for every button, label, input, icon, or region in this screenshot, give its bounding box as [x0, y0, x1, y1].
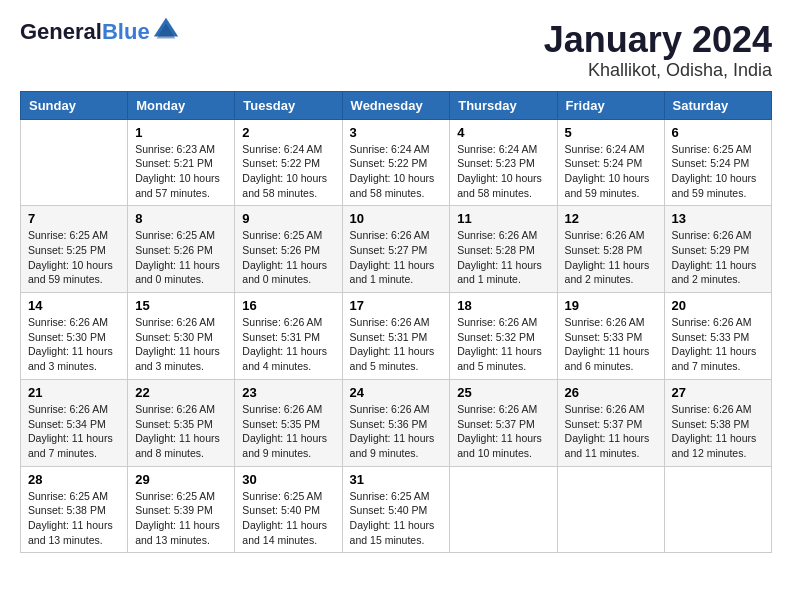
day-info: Sunrise: 6:26 AMSunset: 5:29 PMDaylight:… [672, 228, 764, 287]
day-number: 18 [457, 298, 549, 313]
day-number: 1 [135, 125, 227, 140]
calendar-cell: 10Sunrise: 6:26 AMSunset: 5:27 PMDayligh… [342, 206, 450, 293]
calendar-week-row: 14Sunrise: 6:26 AMSunset: 5:30 PMDayligh… [21, 293, 772, 380]
calendar-cell: 7Sunrise: 6:25 AMSunset: 5:25 PMDaylight… [21, 206, 128, 293]
header-tuesday: Tuesday [235, 91, 342, 119]
day-info: Sunrise: 6:23 AMSunset: 5:21 PMDaylight:… [135, 142, 227, 201]
day-info: Sunrise: 6:26 AMSunset: 5:28 PMDaylight:… [457, 228, 549, 287]
day-number: 27 [672, 385, 764, 400]
header-wednesday: Wednesday [342, 91, 450, 119]
day-number: 3 [350, 125, 443, 140]
day-number: 8 [135, 211, 227, 226]
calendar-cell [557, 466, 664, 553]
calendar-cell: 27Sunrise: 6:26 AMSunset: 5:38 PMDayligh… [664, 379, 771, 466]
day-info: Sunrise: 6:25 AMSunset: 5:39 PMDaylight:… [135, 489, 227, 548]
calendar-cell: 25Sunrise: 6:26 AMSunset: 5:37 PMDayligh… [450, 379, 557, 466]
calendar-cell: 21Sunrise: 6:26 AMSunset: 5:34 PMDayligh… [21, 379, 128, 466]
day-number: 20 [672, 298, 764, 313]
day-info: Sunrise: 6:24 AMSunset: 5:23 PMDaylight:… [457, 142, 549, 201]
calendar-cell: 2Sunrise: 6:24 AMSunset: 5:22 PMDaylight… [235, 119, 342, 206]
day-info: Sunrise: 6:25 AMSunset: 5:40 PMDaylight:… [242, 489, 334, 548]
calendar-cell: 14Sunrise: 6:26 AMSunset: 5:30 PMDayligh… [21, 293, 128, 380]
calendar-cell: 26Sunrise: 6:26 AMSunset: 5:37 PMDayligh… [557, 379, 664, 466]
day-info: Sunrise: 6:24 AMSunset: 5:22 PMDaylight:… [350, 142, 443, 201]
day-info: Sunrise: 6:26 AMSunset: 5:30 PMDaylight:… [135, 315, 227, 374]
day-number: 14 [28, 298, 120, 313]
calendar-cell: 22Sunrise: 6:26 AMSunset: 5:35 PMDayligh… [128, 379, 235, 466]
calendar-cell: 13Sunrise: 6:26 AMSunset: 5:29 PMDayligh… [664, 206, 771, 293]
day-number: 13 [672, 211, 764, 226]
calendar-cell [21, 119, 128, 206]
day-number: 22 [135, 385, 227, 400]
calendar-cell: 12Sunrise: 6:26 AMSunset: 5:28 PMDayligh… [557, 206, 664, 293]
calendar-cell: 23Sunrise: 6:26 AMSunset: 5:35 PMDayligh… [235, 379, 342, 466]
calendar-subtitle: Khallikot, Odisha, India [544, 60, 772, 81]
calendar-week-row: 28Sunrise: 6:25 AMSunset: 5:38 PMDayligh… [21, 466, 772, 553]
calendar-cell: 19Sunrise: 6:26 AMSunset: 5:33 PMDayligh… [557, 293, 664, 380]
day-number: 9 [242, 211, 334, 226]
title-block: January 2024 Khallikot, Odisha, India [544, 20, 772, 81]
day-info: Sunrise: 6:26 AMSunset: 5:27 PMDaylight:… [350, 228, 443, 287]
calendar-cell: 24Sunrise: 6:26 AMSunset: 5:36 PMDayligh… [342, 379, 450, 466]
calendar-cell: 17Sunrise: 6:26 AMSunset: 5:31 PMDayligh… [342, 293, 450, 380]
day-number: 10 [350, 211, 443, 226]
calendar-cell: 8Sunrise: 6:25 AMSunset: 5:26 PMDaylight… [128, 206, 235, 293]
day-number: 15 [135, 298, 227, 313]
calendar-cell: 6Sunrise: 6:25 AMSunset: 5:24 PMDaylight… [664, 119, 771, 206]
day-info: Sunrise: 6:26 AMSunset: 5:37 PMDaylight:… [457, 402, 549, 461]
day-number: 26 [565, 385, 657, 400]
calendar-cell: 29Sunrise: 6:25 AMSunset: 5:39 PMDayligh… [128, 466, 235, 553]
day-number: 2 [242, 125, 334, 140]
day-info: Sunrise: 6:25 AMSunset: 5:24 PMDaylight:… [672, 142, 764, 201]
day-info: Sunrise: 6:26 AMSunset: 5:37 PMDaylight:… [565, 402, 657, 461]
calendar-cell: 4Sunrise: 6:24 AMSunset: 5:23 PMDaylight… [450, 119, 557, 206]
calendar-cell [450, 466, 557, 553]
day-info: Sunrise: 6:26 AMSunset: 5:30 PMDaylight:… [28, 315, 120, 374]
header-sunday: Sunday [21, 91, 128, 119]
day-info: Sunrise: 6:26 AMSunset: 5:35 PMDaylight:… [135, 402, 227, 461]
day-info: Sunrise: 6:25 AMSunset: 5:25 PMDaylight:… [28, 228, 120, 287]
day-info: Sunrise: 6:26 AMSunset: 5:35 PMDaylight:… [242, 402, 334, 461]
day-info: Sunrise: 6:25 AMSunset: 5:26 PMDaylight:… [135, 228, 227, 287]
logo: GeneralBlue [20, 20, 180, 44]
day-number: 7 [28, 211, 120, 226]
calendar-cell [664, 466, 771, 553]
day-number: 30 [242, 472, 334, 487]
day-info: Sunrise: 6:25 AMSunset: 5:40 PMDaylight:… [350, 489, 443, 548]
header-monday: Monday [128, 91, 235, 119]
calendar-cell: 3Sunrise: 6:24 AMSunset: 5:22 PMDaylight… [342, 119, 450, 206]
calendar-cell: 11Sunrise: 6:26 AMSunset: 5:28 PMDayligh… [450, 206, 557, 293]
logo-icon [152, 16, 180, 44]
day-number: 29 [135, 472, 227, 487]
day-number: 19 [565, 298, 657, 313]
calendar-week-row: 7Sunrise: 6:25 AMSunset: 5:25 PMDaylight… [21, 206, 772, 293]
calendar-title: January 2024 [544, 20, 772, 60]
day-info: Sunrise: 6:26 AMSunset: 5:33 PMDaylight:… [672, 315, 764, 374]
day-number: 24 [350, 385, 443, 400]
calendar-cell: 9Sunrise: 6:25 AMSunset: 5:26 PMDaylight… [235, 206, 342, 293]
day-number: 5 [565, 125, 657, 140]
day-number: 23 [242, 385, 334, 400]
day-info: Sunrise: 6:24 AMSunset: 5:22 PMDaylight:… [242, 142, 334, 201]
calendar-cell: 31Sunrise: 6:25 AMSunset: 5:40 PMDayligh… [342, 466, 450, 553]
day-info: Sunrise: 6:24 AMSunset: 5:24 PMDaylight:… [565, 142, 657, 201]
day-info: Sunrise: 6:26 AMSunset: 5:31 PMDaylight:… [350, 315, 443, 374]
day-info: Sunrise: 6:25 AMSunset: 5:38 PMDaylight:… [28, 489, 120, 548]
calendar-cell: 15Sunrise: 6:26 AMSunset: 5:30 PMDayligh… [128, 293, 235, 380]
day-info: Sunrise: 6:26 AMSunset: 5:34 PMDaylight:… [28, 402, 120, 461]
calendar-cell: 20Sunrise: 6:26 AMSunset: 5:33 PMDayligh… [664, 293, 771, 380]
logo-text: GeneralBlue [20, 20, 150, 44]
calendar-table: SundayMondayTuesdayWednesdayThursdayFrid… [20, 91, 772, 554]
calendar-week-row: 21Sunrise: 6:26 AMSunset: 5:34 PMDayligh… [21, 379, 772, 466]
day-info: Sunrise: 6:26 AMSunset: 5:36 PMDaylight:… [350, 402, 443, 461]
day-number: 4 [457, 125, 549, 140]
calendar-week-row: 1Sunrise: 6:23 AMSunset: 5:21 PMDaylight… [21, 119, 772, 206]
page-header: GeneralBlue January 2024 Khallikot, Odis… [20, 20, 772, 81]
day-number: 11 [457, 211, 549, 226]
day-info: Sunrise: 6:26 AMSunset: 5:33 PMDaylight:… [565, 315, 657, 374]
day-info: Sunrise: 6:26 AMSunset: 5:38 PMDaylight:… [672, 402, 764, 461]
header-saturday: Saturday [664, 91, 771, 119]
calendar-cell: 5Sunrise: 6:24 AMSunset: 5:24 PMDaylight… [557, 119, 664, 206]
calendar-cell: 1Sunrise: 6:23 AMSunset: 5:21 PMDaylight… [128, 119, 235, 206]
day-number: 16 [242, 298, 334, 313]
